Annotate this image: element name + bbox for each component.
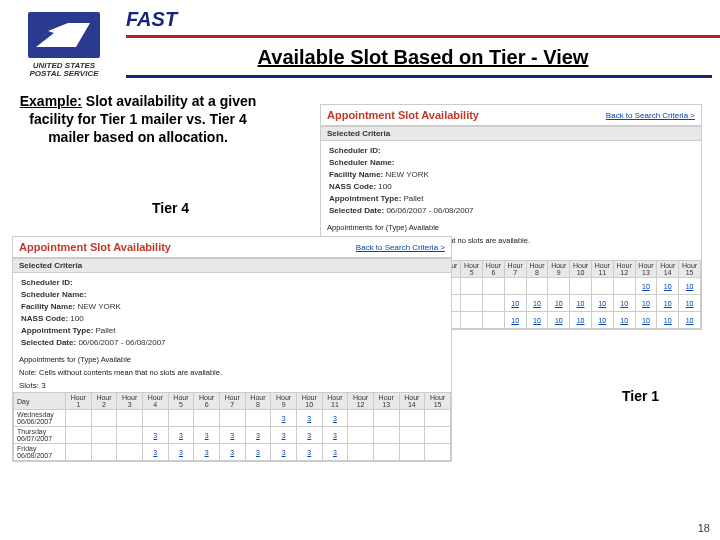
slot-link[interactable]: 3 [307, 449, 311, 456]
slide-body: Example: Slot availability at a given fa… [0, 78, 720, 161]
slot-link[interactable]: 3 [205, 432, 209, 439]
usps-eagle-icon [28, 12, 100, 58]
slide-header: UNITED STATES POSTAL SERVICE FAST Availa… [0, 0, 720, 78]
tier1-label: Tier 1 [622, 388, 659, 404]
criteria-header: Selected Criteria [13, 258, 451, 273]
slot-link[interactable]: 3 [333, 449, 337, 456]
slot-link[interactable]: 10 [555, 300, 563, 307]
criteria-block: Scheduler ID: Scheduler Name: Facility N… [321, 141, 701, 221]
slot-link[interactable]: 10 [511, 300, 519, 307]
criteria-header: Selected Criteria [321, 126, 701, 141]
slot-link[interactable]: 3 [179, 449, 183, 456]
slot-link[interactable]: 3 [282, 415, 286, 422]
slot-link[interactable]: 3 [230, 449, 234, 456]
page-title: Available Slot Based on Tier - View [126, 40, 720, 75]
slot-link[interactable]: 10 [620, 317, 628, 324]
slot-link[interactable]: 3 [333, 432, 337, 439]
slot-link[interactable]: 3 [282, 432, 286, 439]
slot-link[interactable]: 10 [686, 300, 694, 307]
slot-link[interactable]: 10 [598, 300, 606, 307]
appts-for: Appointments for (Type) Available [321, 221, 701, 234]
slot-link[interactable]: 3 [256, 432, 260, 439]
slot-link[interactable]: 3 [307, 415, 311, 422]
criteria-block: Scheduler ID: Scheduler Name: Facility N… [13, 273, 451, 353]
brand-title: FAST [126, 6, 720, 35]
slot-link[interactable]: 3 [179, 432, 183, 439]
slot-link[interactable]: 10 [533, 317, 541, 324]
slot-link[interactable]: 10 [642, 317, 650, 324]
slot-link[interactable]: 10 [555, 317, 563, 324]
slot-link[interactable]: 10 [664, 283, 672, 290]
slot-link[interactable]: 3 [282, 449, 286, 456]
slot-link[interactable]: 10 [642, 300, 650, 307]
panel-title: Appointment Slot Availability [13, 237, 177, 257]
panel-title: Appointment Slot Availability [321, 105, 485, 125]
slot-link[interactable]: 10 [577, 317, 585, 324]
divider-red [126, 35, 720, 38]
page-number: 18 [698, 522, 710, 534]
slot-link[interactable]: 10 [577, 300, 585, 307]
slot-link[interactable]: 10 [511, 317, 519, 324]
slot-link[interactable]: 3 [333, 415, 337, 422]
slots-label: Slots: 3 [13, 379, 451, 392]
slot-link[interactable]: 10 [664, 317, 672, 324]
tier4-table: DayHour1Hour2Hour3Hour4Hour5Hour6Hour7Ho… [13, 392, 451, 461]
slot-link[interactable]: 10 [642, 283, 650, 290]
back-link[interactable]: Back to Search Criteria > [356, 243, 451, 252]
slot-link[interactable]: 10 [686, 317, 694, 324]
slot-link[interactable]: 3 [205, 449, 209, 456]
back-link[interactable]: Back to Search Criteria > [606, 111, 701, 120]
tier4-panel: Appointment Slot Availability Back to Se… [12, 236, 452, 462]
tier4-label: Tier 4 [152, 200, 189, 216]
appts-for: Appointments for (Type) Available [13, 353, 451, 366]
slot-link[interactable]: 3 [307, 432, 311, 439]
slot-link[interactable]: 3 [230, 432, 234, 439]
slot-link[interactable]: 10 [598, 317, 606, 324]
slot-link[interactable]: 3 [153, 449, 157, 456]
slot-link[interactable]: 3 [153, 432, 157, 439]
logo-text: UNITED STATES POSTAL SERVICE [29, 62, 98, 78]
slot-link[interactable]: 3 [256, 449, 260, 456]
slot-link[interactable]: 10 [533, 300, 541, 307]
example-text: Example: Slot availability at a given fa… [18, 92, 258, 147]
usps-logo: UNITED STATES POSTAL SERVICE [14, 12, 114, 78]
slot-link[interactable]: 10 [664, 300, 672, 307]
slot-link[interactable]: 10 [686, 283, 694, 290]
note: Note: Cells without contents mean that n… [13, 366, 451, 379]
slot-link[interactable]: 10 [620, 300, 628, 307]
